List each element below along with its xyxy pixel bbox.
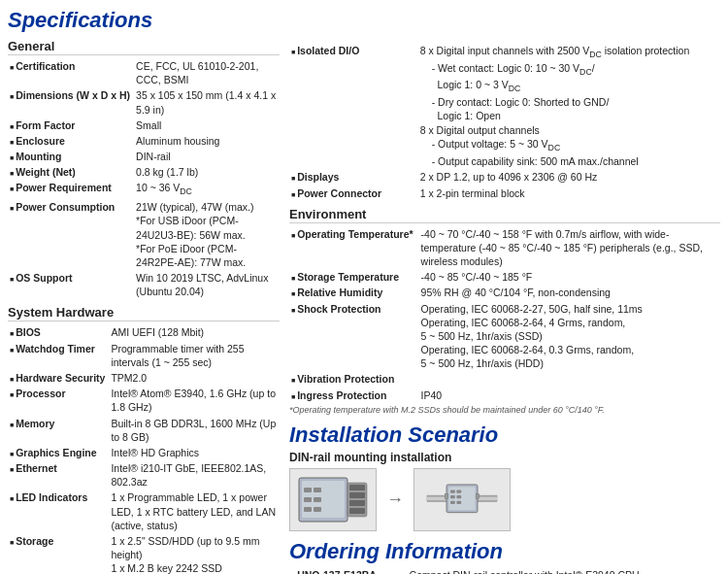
pwrconn-label: Power Connector <box>289 186 418 201</box>
svg-rect-11 <box>349 500 365 506</box>
svg-rect-9 <box>349 485 365 490</box>
table-row: Enclosure Aluminum housing <box>8 133 280 149</box>
led-value: 1 x Programmable LED, 1 x power LED, 1 x… <box>109 490 280 533</box>
dio-label: Isolated DI/O <box>289 43 418 169</box>
sttemp-label: Storage Temperature <box>289 269 419 285</box>
svg-rect-19 <box>450 495 455 498</box>
wdt-label: Watchdog Timer <box>8 341 109 370</box>
disp-value: 2 x DP 1.2, up to 4096 x 2306 @ 60 Hz <box>418 169 720 185</box>
table-row: Storage 1 x 2.5" SSD/HDD (up to 9.5 mm h… <box>8 533 280 574</box>
table-row: Hardware Security TPM2.0 <box>8 370 280 386</box>
dio-sub6: - Output capability sink: 500 mA max./ch… <box>420 155 639 167</box>
pwr-req-label: Power Requirement <box>8 180 134 199</box>
mount-value: DIN-rail <box>134 149 280 164</box>
device-image-2 <box>414 468 511 531</box>
dio-value: 8 x Digital input channels with 2500 VDC… <box>418 43 720 169</box>
table-row: Graphics Engine Intel® HD Graphics <box>8 445 280 460</box>
dio-sub4: Logic 1: Open <box>420 110 501 121</box>
mount-label: Mounting <box>8 149 134 164</box>
table-row: Form Factor Small <box>8 118 280 133</box>
table-row: Mounting DIN-rail <box>8 149 280 164</box>
shock-label: Shock Protection <box>289 301 419 372</box>
right-column: Isolated DI/O 8 x Digital input channels… <box>289 8 720 574</box>
svg-rect-10 <box>349 492 365 498</box>
svg-rect-23 <box>445 493 447 498</box>
table-row: Shock Protection Operating, IEC 60068-2-… <box>289 301 720 372</box>
device-svg-1 <box>294 473 372 526</box>
env-note: *Operating temperature with M.2 SSDs sho… <box>289 405 720 415</box>
svg-rect-12 <box>349 508 365 514</box>
svg-rect-20 <box>456 495 461 498</box>
install-images: → <box>289 468 720 531</box>
rh-label: Relative Humidity <box>289 285 419 300</box>
mem-value: Built-in 8 GB DDR3L, 1600 MHz (Up to 8 G… <box>109 416 280 445</box>
weight-value: 0.8 kg (1.7 lb) <box>134 164 280 180</box>
pwr-req-value: 10 ~ 36 VDC <box>134 180 280 199</box>
svg-rect-21 <box>450 501 455 504</box>
hwsec-value: TPM2.0 <box>109 370 280 386</box>
os-value: Win 10 2019 LTSC, AdvLinux (Ubuntu 20.04… <box>134 270 280 299</box>
table-row: Vibration Protection <box>289 371 720 387</box>
table-row: Memory Built-in 8 GB DDR3L, 1600 MHz (Up… <box>8 416 280 445</box>
cert-label: Certification <box>8 58 134 87</box>
form-value: Small <box>134 118 280 133</box>
svg-rect-7 <box>314 507 321 512</box>
table-row: Power Consumption 21W (typical), 47W (ma… <box>8 199 280 270</box>
svg-rect-22 <box>456 501 461 504</box>
order-table: UNO-137-E13BA Compact DIN-rail controlle… <box>289 567 720 574</box>
env-table: Operating Temperature* -40 ~ 70 °C/-40 ~… <box>289 226 720 403</box>
pwrconn-value: 1 x 2-pin terminal block <box>418 186 720 201</box>
proc-value: Intel® Atom® E3940, 1.6 GHz (up to 1.8 G… <box>109 386 280 415</box>
optemp-value: -40 ~ 70 °C/-40 ~ 158 °F with 0.7m/s air… <box>419 226 720 270</box>
table-row: Certification CE, FCC, UL 61010-2-201, C… <box>8 58 280 87</box>
table-row: Operating Temperature* -40 ~ 70 °C/-40 ~… <box>289 226 720 270</box>
order-sku-label: UNO-137-E13BA <box>289 567 408 574</box>
env-heading: Environment <box>289 207 720 223</box>
page-title: Specifications <box>8 8 280 33</box>
hwsec-label: Hardware Security <box>8 370 109 386</box>
os-label: OS Support <box>8 270 134 299</box>
system-table: BIOS AMI UEFI (128 Mbit) Watchdog Timer … <box>8 324 280 574</box>
pwr-cons-value: 21W (typical), 47W (max.) *For USB iDoor… <box>134 199 280 270</box>
wdt-value: Programmable timer with 255 intervals (1… <box>109 341 280 370</box>
svg-rect-2 <box>304 488 312 492</box>
table-row: Ethernet Intel® i210-IT GbE, IEEE802.1AS… <box>8 460 280 490</box>
pwr-cons-label: Power Consumption <box>8 199 134 270</box>
gpu-value: Intel® HD Graphics <box>109 445 280 460</box>
vib-value <box>419 371 720 387</box>
ingress-value: IP40 <box>419 388 720 403</box>
svg-rect-4 <box>304 497 312 502</box>
svg-rect-17 <box>450 490 455 492</box>
table-row: Power Requirement 10 ~ 36 VDC <box>8 180 280 199</box>
table-row: UNO-137-E13BA Compact DIN-rail controlle… <box>289 567 720 574</box>
table-row: Ingress Protection IP40 <box>289 388 720 403</box>
table-row: Dimensions (W x D x H) 35 x 105 x 150 mm… <box>8 87 280 117</box>
dio-sub2: Logic 1: 0 ~ 3 VDC <box>420 79 521 90</box>
vib-label: Vibration Protection <box>289 371 419 387</box>
table-row: Isolated DI/O 8 x Digital input channels… <box>289 43 720 169</box>
gpu-label: Graphics Engine <box>8 445 109 460</box>
table-row: Power Connector 1 x 2-pin terminal block <box>289 186 720 201</box>
dio-sub5: - Output voltage: 5 ~ 30 VDC <box>420 138 561 150</box>
enc-value: Aluminum housing <box>134 133 280 149</box>
order-title: Ordering Information <box>289 539 720 564</box>
eth-value: Intel® i210-IT GbE, IEEE802.1AS, 802.3az <box>109 460 280 490</box>
dio-sub3: - Dry contact: Logic 0: Shorted to GND/ <box>420 96 610 108</box>
shock-value: Operating, IEC 60068-2-27, 50G, half sin… <box>419 301 720 372</box>
table-row: Displays 2 x DP 1.2, up to 4096 x 2306 @… <box>289 169 720 185</box>
table-row: Watchdog Timer Programmable timer with 2… <box>8 341 280 370</box>
install-title: Installation Scenario <box>289 422 720 448</box>
svg-rect-3 <box>314 488 321 492</box>
table-row: OS Support Win 10 2019 LTSC, AdvLinux (U… <box>8 270 280 299</box>
mem-label: Memory <box>8 416 109 445</box>
io-continuation: Isolated DI/O 8 x Digital input channels… <box>289 43 720 201</box>
storage-label: Storage <box>8 533 109 574</box>
rh-value: 95% RH @ 40 °C/104 °F, non-condensing <box>419 285 720 300</box>
svg-rect-18 <box>456 490 461 492</box>
bios-value: AMI UEFI (128 Mbit) <box>109 324 280 340</box>
cert-value: CE, FCC, UL 61010-2-201, CCC, BSMI <box>134 58 280 87</box>
general-heading: General <box>8 39 280 55</box>
general-table: Certification CE, FCC, UL 61010-2-201, C… <box>8 58 280 299</box>
enc-label: Enclosure <box>8 133 134 149</box>
left-column: Specifications General Certification CE,… <box>8 8 280 574</box>
